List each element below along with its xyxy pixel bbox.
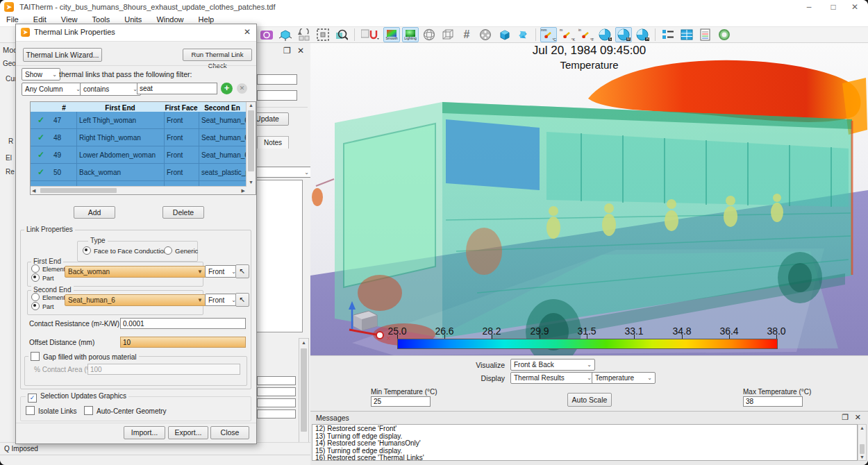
- panel-textarea[interactable]: [256, 180, 303, 332]
- type-face-radio[interactable]: Face to Face Conduction: [83, 246, 167, 255]
- type-generic-radio[interactable]: Generic: [164, 246, 198, 255]
- delete-link-button[interactable]: Delete: [162, 206, 204, 219]
- scroll-right-icon[interactable]: ▶: [242, 187, 245, 194]
- filter-column-dropdown[interactable]: Any Column⌄: [22, 83, 84, 96]
- table-row[interactable]: ✓ 49 Lower Abdomen_woman Front Seat_huma…: [31, 146, 256, 164]
- export-button[interactable]: Export...: [168, 426, 208, 439]
- report-document-icon[interactable]: [697, 27, 714, 42]
- table-hscrollbar[interactable]: ◀ ▶: [31, 186, 247, 194]
- scroll-down-icon[interactable]: ▼: [858, 454, 866, 460]
- max-temp-input[interactable]: [743, 396, 803, 407]
- add-filter-icon[interactable]: +: [221, 83, 233, 94]
- filter-value-input[interactable]: [137, 83, 217, 94]
- zoom-box-icon[interactable]: [315, 27, 331, 42]
- thermal-links-table[interactable]: ▲# First End First Face Second En ✓ 47 L…: [30, 101, 256, 195]
- scroll-up-icon[interactable]: ▲: [247, 102, 256, 109]
- min-temp-input[interactable]: [371, 396, 431, 407]
- offset-distance-input[interactable]: [120, 337, 246, 348]
- second-end-part-radio[interactable]: Part: [31, 302, 54, 310]
- display-mode-dropdown[interactable]: Thermal Results⌄: [510, 372, 595, 384]
- panel-row-field[interactable]: [257, 387, 296, 396]
- second-end-part-dropdown[interactable]: Seat_human_6▼: [65, 294, 206, 306]
- run-thermal-link-check-button[interactable]: Run Thermal Link Check: [183, 49, 252, 61]
- scroll-down-icon[interactable]: ▼: [247, 179, 256, 186]
- first-end-part-dropdown[interactable]: Back_woman▼: [65, 266, 206, 278]
- dialog-titlebar[interactable]: ➤ Thermal Link Properties ✕: [16, 24, 256, 42]
- flip-normals-icon[interactable]: [515, 27, 531, 42]
- second-end-pick-button[interactable]: ↖: [235, 293, 249, 307]
- show-dropdown[interactable]: Show⌄: [22, 68, 60, 81]
- selection-updates-checkbox[interactable]: ✓Selection Updates Graphics: [26, 392, 128, 403]
- first-end-part-radio[interactable]: Part: [31, 273, 54, 282]
- list-view-icon[interactable]: [660, 27, 676, 42]
- scroll-up-icon[interactable]: ▲: [858, 425, 866, 431]
- filter-operator-dropdown[interactable]: contains⌄: [80, 83, 141, 96]
- contact-area-input[interactable]: [87, 364, 240, 375]
- wireframe-cube-icon[interactable]: [440, 27, 456, 42]
- view-axes-icon[interactable]: [277, 27, 294, 42]
- panel-row-field[interactable]: [257, 398, 296, 407]
- units-celsius-button[interactable]: mm °C: [540, 27, 557, 42]
- visualize-dropdown[interactable]: Front & Back⌄: [510, 359, 595, 371]
- undo-view-icon[interactable]: [296, 27, 312, 42]
- thermal-link-wizard-button[interactable]: Thermal Link Wizard...: [23, 48, 102, 62]
- add-link-button[interactable]: Add: [74, 206, 115, 219]
- panel-field[interactable]: [257, 90, 297, 101]
- time-hours-button[interactable]: H: [634, 27, 651, 42]
- panel-close-icon[interactable]: ✕: [297, 46, 304, 56]
- close-button[interactable]: ✕: [844, 1, 865, 12]
- contact-resistance-input[interactable]: [120, 318, 246, 329]
- auto-scale-button[interactable]: Auto Scale: [567, 393, 612, 407]
- display-result-dropdown[interactable]: Temperature⌄: [592, 372, 656, 384]
- panel-dropdown[interactable]: ⌄: [249, 167, 312, 178]
- table-row[interactable]: ✓ 50 Back_woman Front seats_plastic_piv: [31, 164, 256, 181]
- scroll-left-icon[interactable]: ◀: [32, 187, 35, 194]
- close-dialog-button[interactable]: Close: [210, 426, 249, 439]
- record-circle-icon[interactable]: [716, 27, 733, 42]
- snapshot-camera-icon[interactable]: [258, 27, 275, 42]
- second-end-face-dropdown[interactable]: Front⌄: [205, 294, 240, 306]
- panel-field[interactable]: [257, 74, 297, 85]
- units-fahrenheit-button[interactable]: in °F: [578, 27, 594, 42]
- wireframe-globe-icon[interactable]: [421, 27, 437, 42]
- panel-close-icon[interactable]: ✕: [855, 413, 861, 422]
- smooth-shading-button[interactable]: Smooth: [383, 27, 400, 42]
- messages-list[interactable]: 12) Restored scene 'Front' 13) Turning o…: [312, 424, 858, 461]
- table-view-icon[interactable]: [678, 27, 695, 42]
- isolate-links-checkbox[interactable]: Isolate Links: [26, 406, 77, 415]
- scroll-thumb[interactable]: [40, 188, 117, 193]
- left-panel-tab-fragment[interactable]: R: [8, 137, 13, 145]
- second-end-element-radio[interactable]: Element: [31, 293, 65, 301]
- panel-float-icon[interactable]: ❐: [283, 46, 291, 56]
- dialog-close-icon[interactable]: ✕: [244, 27, 251, 37]
- header-num[interactable]: ▲#: [51, 102, 76, 114]
- import-button[interactable]: Import...: [124, 426, 165, 439]
- clear-filter-icon[interactable]: ✕: [237, 83, 247, 94]
- time-seconds-button[interactable]: S: [596, 27, 613, 42]
- units-kelvin-button[interactable]: m °K: [559, 27, 576, 42]
- panel-float-icon[interactable]: ❐: [842, 413, 849, 422]
- zoom-color-icon[interactable]: [333, 27, 350, 42]
- messages-scrollbar[interactable]: ▲ ▼: [858, 424, 867, 461]
- solid-cube-icon[interactable]: [496, 27, 512, 42]
- perforated-sphere-icon[interactable]: [477, 27, 494, 42]
- lighting-button[interactable]: Lighting: [402, 27, 419, 42]
- notes-tab[interactable]: Notes: [257, 136, 289, 149]
- maximize-button[interactable]: □: [823, 1, 844, 12]
- gap-porous-checkbox[interactable]: Gap filled with porous material: [28, 352, 139, 361]
- first-end-face-dropdown[interactable]: Front⌄: [205, 265, 240, 278]
- table-vscrollbar[interactable]: ▲ ▼: [246, 102, 256, 194]
- viewport-3d[interactable]: X Jul 20, 1984 09:45:00 Temperature 25.0…: [310, 43, 868, 355]
- auto-center-checkbox[interactable]: Auto-Center Geometry: [84, 406, 167, 415]
- table-row[interactable]: ✓ 47 Left Thigh_woman Front Seat_human_6: [31, 112, 256, 129]
- panel-row-field[interactable]: [257, 376, 296, 385]
- snap-magnet-icon[interactable]: [359, 27, 381, 42]
- scroll-up-icon[interactable]: ▲: [299, 339, 308, 346]
- minimize-button[interactable]: –: [799, 1, 819, 12]
- first-end-element-radio[interactable]: Element: [31, 264, 65, 273]
- grid-icon[interactable]: #: [458, 27, 475, 42]
- scroll-thumb[interactable]: [248, 110, 254, 171]
- table-row[interactable]: ✓ 48 Right Thigh_woman Front Seat_human_…: [31, 129, 256, 146]
- left-panel-tab-fragment[interactable]: Geo: [3, 60, 16, 67]
- scroll-thumb[interactable]: [860, 444, 865, 454]
